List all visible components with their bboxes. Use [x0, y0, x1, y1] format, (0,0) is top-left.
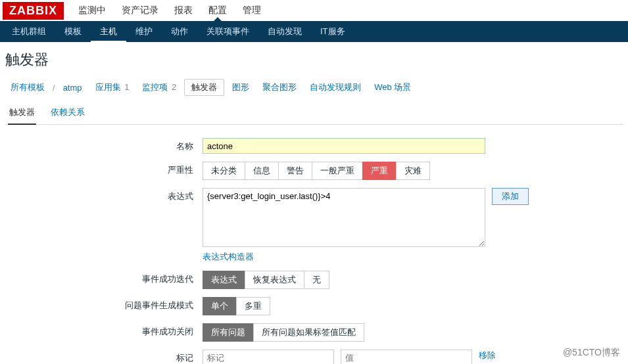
label-severity: 严重性	[5, 162, 203, 180]
subnav-2[interactable]: 主机	[91, 21, 126, 43]
subnav-5[interactable]: 关联项事件	[197, 21, 258, 42]
expression-builder-link[interactable]: 表达式构造器	[203, 252, 254, 262]
sevgroup-opt-5[interactable]: 灾难	[396, 162, 430, 180]
label-expression: 表达式	[5, 188, 203, 263]
topnav-3[interactable]: 配置	[201, 0, 235, 21]
crumb-web[interactable]: Web 场景	[369, 79, 416, 96]
topnav-4[interactable]: 管理	[235, 0, 269, 21]
sevgroup-opt-0[interactable]: 未分类	[203, 162, 245, 180]
page-title: 触发器	[5, 50, 623, 70]
topnav-0[interactable]: 监测中	[70, 0, 114, 21]
logo: ZABBIX	[3, 2, 64, 20]
topnav-1[interactable]: 资产记录	[114, 0, 166, 21]
sub-nav: 主机群组模板主机维护动作关联项事件自动发现IT服务	[0, 21, 628, 42]
label-ok-iter: 事件成功迭代	[5, 271, 203, 289]
add-button[interactable]: 添加	[492, 188, 529, 205]
problem-mode-group: 单个多重	[203, 297, 270, 315]
subnav-6[interactable]: 自动发现	[258, 21, 311, 42]
okclose-opt-0[interactable]: 所有问题	[203, 323, 254, 342]
top-nav: 监测中资产记录报表配置管理	[70, 0, 269, 21]
subnav-0[interactable]: 主机群组	[3, 21, 55, 42]
label-problem-mode: 问题事件生成模式	[5, 297, 203, 315]
tag-name-input[interactable]	[203, 350, 334, 364]
crumb-discovery[interactable]: 自动发现规则	[304, 79, 366, 96]
label-tags: 标记	[5, 350, 203, 364]
crumb-items[interactable]: 监控项 2	[137, 79, 181, 96]
tag-value-input[interactable]	[341, 350, 472, 364]
tab-dependencies[interactable]: 依赖关系	[49, 102, 86, 124]
sevgroup-opt-1[interactable]: 信息	[245, 162, 279, 180]
subnav-3[interactable]: 维护	[126, 21, 162, 42]
okiter-opt-1[interactable]: 恢复表达式	[245, 271, 304, 289]
tab-trigger[interactable]: 触发器	[8, 102, 36, 125]
crumb-all-templates[interactable]: 所有模板	[5, 79, 50, 96]
topnav-2[interactable]: 报表	[166, 0, 201, 21]
crumb-sep: /	[53, 83, 55, 93]
crumb-agg-graphs[interactable]: 聚合图形	[257, 79, 302, 96]
sevgroup-opt-3[interactable]: 一般严重	[312, 162, 363, 180]
name-input[interactable]	[203, 138, 485, 154]
label-name: 名称	[5, 138, 203, 154]
ok-close-group: 所有问题所有问题如果标签值匹配	[203, 323, 364, 342]
remove-tag-link[interactable]: 移除	[479, 350, 496, 361]
watermark: @51CTO博客	[563, 347, 620, 359]
breadcrumb: 所有模板 / atmp 应用集 1 监控项 2 触发器 图形 聚合图形 自动发现…	[5, 79, 623, 96]
label-ok-close: 事件成功关闭	[5, 323, 203, 342]
expression-input[interactable]	[203, 188, 485, 247]
okiter-opt-0[interactable]: 表达式	[203, 271, 245, 289]
page-content: 触发器 所有模板 / atmp 应用集 1 监控项 2 触发器 图形 聚合图形 …	[0, 42, 628, 364]
sub-tabs: 触发器 依赖关系	[5, 102, 623, 125]
pmode-opt-1[interactable]: 多重	[236, 297, 270, 315]
crumb-template[interactable]: atmp	[58, 80, 87, 95]
okclose-opt-1[interactable]: 所有问题如果标签值匹配	[253, 323, 364, 342]
subnav-1[interactable]: 模板	[55, 21, 91, 42]
okiter-opt-2[interactable]: 无	[304, 271, 329, 289]
subnav-4[interactable]: 动作	[162, 21, 197, 42]
severity-group: 未分类信息警告一般严重严重灾难	[203, 162, 430, 180]
crumb-graphs[interactable]: 图形	[227, 79, 254, 96]
topbar: ZABBIX 监测中资产记录报表配置管理	[0, 0, 628, 21]
sevgroup-opt-2[interactable]: 警告	[278, 162, 312, 180]
sevgroup-opt-4[interactable]: 严重	[362, 162, 397, 180]
subnav-7[interactable]: IT服务	[311, 21, 354, 42]
ok-iter-group: 表达式恢复表达式无	[203, 271, 329, 289]
crumb-triggers[interactable]: 触发器	[184, 79, 224, 96]
pmode-opt-0[interactable]: 单个	[203, 297, 237, 315]
crumb-apps[interactable]: 应用集 1	[90, 79, 135, 96]
